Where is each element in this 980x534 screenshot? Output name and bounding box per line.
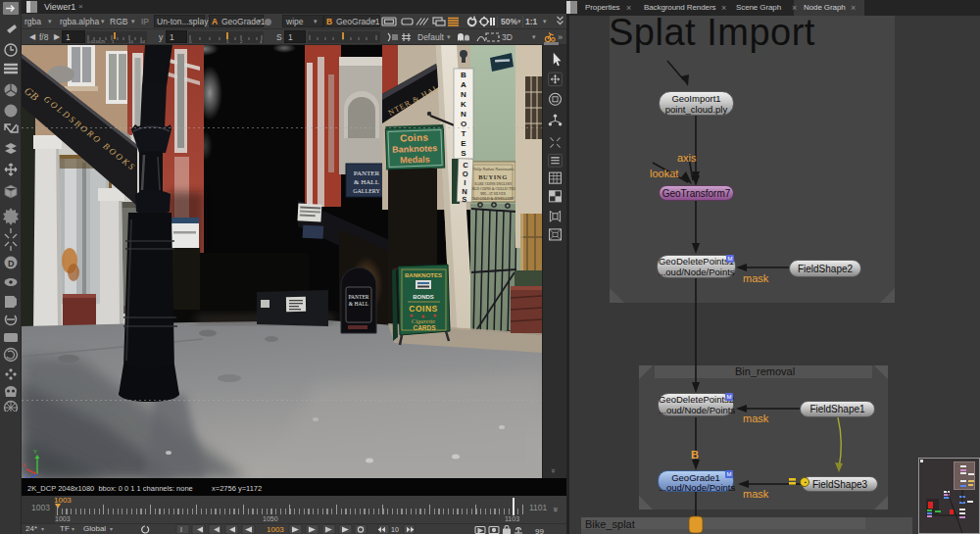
- svg-text:CARDS: CARDS: [413, 324, 436, 331]
- svg-text:PANTER: PANTER: [354, 170, 380, 177]
- svg-text:1003: 1003: [267, 525, 284, 534]
- svg-text:99: 99: [535, 527, 544, 534]
- svg-text:T: T: [462, 129, 466, 138]
- svg-text:64: 64: [140, 39, 145, 44]
- svg-text:N: N: [461, 110, 466, 119]
- svg-text:RARE COINS ENGLISH: RARE COINS ENGLISH: [474, 182, 512, 186]
- svg-text:S: S: [461, 149, 466, 158]
- svg-text:10: 10: [391, 526, 399, 533]
- svg-text:Medals: Medals: [400, 154, 430, 165]
- svg-text:WORLD COINS & COLLECTIONS: WORLD COINS & COLLECTIONS: [466, 187, 519, 191]
- svg-text:MIL. AT SILVER: MIL. AT SILVER: [480, 192, 506, 196]
- svg-text:B: B: [461, 71, 466, 79]
- svg-text:BANKNOTES: BANKNOTES: [405, 272, 442, 278]
- svg-text:O: O: [463, 170, 468, 178]
- svg-text:PANTER: PANTER: [349, 294, 369, 300]
- svg-text:10: 10: [128, 39, 133, 44]
- svg-text:E: E: [461, 139, 466, 148]
- svg-text:& HALL: & HALL: [354, 178, 379, 186]
- svg-text:GALLERY: GALLERY: [353, 188, 380, 194]
- svg-text:N: N: [461, 90, 466, 99]
- svg-text:D: D: [8, 259, 15, 268]
- svg-text:Banknotes: Banknotes: [392, 143, 437, 155]
- svg-text:& HALL: & HALL: [349, 301, 369, 307]
- svg-text:Philip Nathan Numismatis: Philip Nathan Numismatis: [471, 167, 514, 171]
- svg-text:Cigarette: Cigarette: [412, 317, 435, 324]
- svg-text:COINS: COINS: [409, 304, 437, 314]
- svg-text:4: 4: [260, 39, 263, 44]
- svg-text:2: 2: [240, 39, 243, 44]
- svg-text:0.015625: 0.015625: [87, 39, 106, 44]
- svg-text:BONDS: BONDS: [413, 294, 434, 300]
- svg-text:O: O: [461, 120, 466, 128]
- svg-text:I: I: [464, 178, 466, 187]
- svg-text:I: I: [180, 526, 182, 533]
- svg-text:A: A: [461, 80, 466, 89]
- svg-text:K: K: [461, 100, 466, 109]
- svg-text:Y: Y: [33, 449, 37, 455]
- svg-text:BUYING: BUYING: [478, 173, 508, 180]
- svg-text:S: S: [462, 195, 466, 204]
- svg-text:1: 1: [112, 39, 115, 44]
- svg-text:1: 1: [226, 39, 229, 44]
- svg-text:0: 0: [189, 39, 192, 44]
- svg-text:C: C: [463, 161, 468, 170]
- svg-text:Coins: Coins: [398, 131, 431, 143]
- svg-text:OLD GOLD & JEWELLERY: OLD GOLD & JEWELLERY: [471, 197, 514, 201]
